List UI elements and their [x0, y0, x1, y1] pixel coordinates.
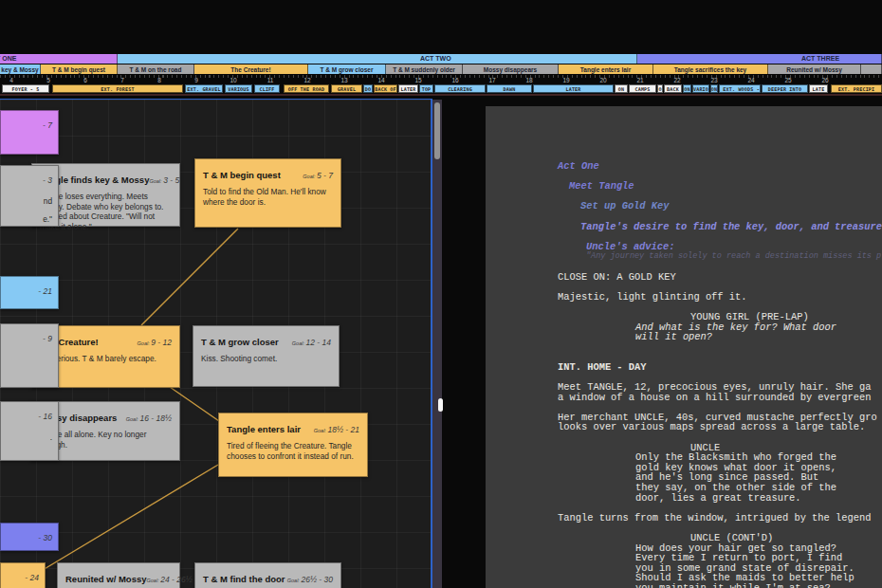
scene-strip[interactable]: ON [683, 84, 691, 93]
card-goal: Goal: 3 - 5 [149, 170, 179, 187]
board-card-fragment[interactable]: - 3nde." [0, 165, 59, 227]
scene-strip[interactable]: OFF THE ROAD [284, 84, 329, 93]
act-segment[interactable]: ACT TWO [118, 54, 637, 64]
card-body-text: . [7, 432, 52, 442]
card-header: Tangle enters lairGoal: 18½ - 21 [227, 419, 359, 436]
scene-strip[interactable]: CLIFF [254, 84, 280, 93]
scene-strip[interactable]: O [657, 84, 663, 93]
scene-strip[interactable]: EXT. PRECIPI [831, 84, 882, 93]
card-goal: - 24 [25, 567, 39, 583]
board-card[interactable]: Tangle enters lairGoal: 18½ - 21Tired of… [218, 413, 368, 477]
scene-strip[interactable]: LATE [809, 84, 828, 93]
beat-segment[interactable]: Reunited w/ Mossy [768, 64, 861, 74]
beat-segment[interactable]: T & M grow closer [308, 64, 386, 74]
script-panel[interactable]: Act OneMeet TangleSet up Gold KeyTangle'… [486, 106, 882, 588]
beat-segment[interactable]: The Creature! [194, 64, 308, 74]
beat-segment[interactable]: T & M begin quest [41, 64, 118, 74]
scene-strip[interactable]: BACK [664, 84, 682, 93]
script-line[interactable]: CLOSE ON: A GOLD KEY [558, 272, 882, 283]
board-card-fragment[interactable]: - 30 [0, 523, 59, 551]
scene-strip[interactable]: DO [363, 84, 373, 93]
script-line[interactable]: And what is the key for? What door [558, 322, 882, 333]
board-scrollbar-track[interactable] [432, 100, 442, 588]
script-line[interactable]: Majestic, light glinting off it. [558, 292, 882, 303]
script-line[interactable]: they say, on the other side of the [558, 483, 882, 493]
card-body-text: Tangle all alone. Key no longer enough. [39, 430, 172, 450]
beat-segment[interactable]: key & Mossy [0, 64, 41, 74]
scene-strip[interactable]: BACK OF [374, 84, 397, 93]
scene-strip[interactable]: TOP [419, 84, 433, 93]
board-card-fragment[interactable]: - 9 [0, 323, 59, 388]
card-title: Reunited w/ Mossy [65, 574, 147, 584]
board-card-fragment[interactable]: - 21 [0, 276, 59, 309]
beat-board-canvas[interactable]: Tangle finds key & MossyGoal: 3 - 5Tangl… [0, 99, 432, 588]
card-header: Mossy disappearsGoal: 16 - 18½ [39, 408, 172, 425]
card-header: T & M grow closerGoal: 12 - 14 [201, 332, 331, 349]
timeline-beats-row: key & MossyT & M begin questT & M on the… [0, 64, 882, 74]
board-card[interactable]: T & M find the doorGoal: 26½ - 30Mossy's… [194, 562, 341, 588]
scene-strip[interactable]: DAWN [487, 84, 532, 93]
script-line[interactable]: Tangle turns from the window, intrigued … [558, 513, 882, 524]
script-line[interactable]: a window of a house on a hill surrounded… [558, 393, 882, 403]
scene-strip[interactable]: ON [615, 84, 628, 93]
beat-segment[interactable]: Tangle sacrifices the key [653, 64, 768, 74]
act-label: ACT THREE [801, 55, 839, 62]
scene-strip[interactable]: LATER [398, 84, 418, 93]
goal-value: 3 - 5 [163, 175, 179, 185]
act-segment[interactable]: ACT ONE [0, 54, 118, 64]
act-segment[interactable]: ACT THREE [637, 54, 882, 64]
scene-strip[interactable]: EXT. GRAVEL [185, 84, 223, 93]
card-body-text: Tangle loses everything. Meets Mossy. De… [40, 192, 172, 231]
script-line[interactable]: Act One [558, 161, 882, 172]
script-line[interactable]: "Any journey taken solely to reach a des… [558, 251, 882, 262]
scene-strip[interactable]: THE EXT. WOODS - IN [719, 84, 761, 93]
scene-strip[interactable]: CLEARING [434, 84, 486, 93]
goal-prefix: Goal: [287, 578, 302, 583]
card-goal: - 30 [38, 527, 52, 543]
scene-strip[interactable]: ON [710, 84, 718, 93]
card-header: Tangle finds key & MossyGoal: 3 - 5 [40, 170, 172, 187]
board-scrollbar-thumb[interactable] [434, 102, 440, 159]
scene-strip[interactable]: VARIO [692, 84, 709, 93]
scene-strip[interactable]: VARIOUS [225, 84, 252, 93]
goal-prefix: Goal: [138, 340, 152, 346]
scene-strip[interactable]: LATER [533, 84, 614, 93]
goal-value: 26½ - 30 [301, 575, 333, 584]
timeline-page-ruler: 4567891011121314151617181920212223242526 [0, 75, 882, 83]
beat-segment[interactable]: Mossy disappears [463, 64, 559, 74]
board-card-fragment[interactable]: - 16. [0, 401, 59, 461]
scene-strip[interactable]: CAMPS [629, 84, 656, 93]
script-line[interactable]: looks over various maps spread across a … [558, 422, 882, 432]
script-line[interactable]: Set up Gold Key [558, 201, 882, 211]
board-card[interactable]: T & M grow closerGoal: 12 - 14Kiss. Shoo… [193, 325, 340, 387]
script-line[interactable]: Tangle's desire to find the key, door, a… [558, 222, 882, 232]
script-line[interactable]: door, lies a great treasure. [558, 493, 882, 504]
scene-strip[interactable]: GRAVEL [331, 84, 362, 93]
card-goal: Goal: 9 - 12 [138, 332, 172, 349]
ruler-page-number: 17 [488, 77, 495, 83]
beat-segment[interactable]: T & M suddenly older [386, 64, 463, 74]
scene-strip[interactable]: FOYER - 5 [2, 84, 49, 93]
script-line[interactable]: you maintain it while I'm at sea? [558, 583, 882, 588]
timeline-scenes-row: FOYER - 5EXT. FORESTEXT. GRAVELVARIOUSCL… [0, 84, 882, 93]
scene-label: VARIO [693, 86, 708, 92]
panel-resize-handle[interactable] [438, 398, 443, 412]
script-line[interactable]: Uncle's advice: [558, 242, 882, 252]
script-line[interactable]: YOUNG GIRL (PRE-LAP) [558, 312, 882, 322]
scene-strip[interactable]: EXT. FOREST [52, 84, 183, 93]
script-line[interactable]: Meet Tangle [558, 181, 882, 192]
ruler-page-number: 8 [157, 77, 161, 83]
script-line[interactable]: UNCLE (CONT'D) [558, 533, 882, 543]
beat-segment[interactable] [861, 64, 882, 74]
beat-label: Mossy disappears [484, 66, 537, 73]
board-card[interactable]: T & M begin questGoal: 5 - 7Told to find… [194, 158, 341, 228]
ruler-page-number: 25 [784, 77, 791, 83]
board-card-fragment[interactable]: - 24 [0, 562, 46, 588]
board-card[interactable]: Reunited w/ MossyGoal: 24 - 26½Tangle fi… [57, 562, 180, 588]
scene-strip[interactable]: DEEPER INTO [762, 84, 808, 93]
script-line[interactable]: INT. HOME - DAY [558, 362, 882, 373]
script-line[interactable]: will it open? [558, 332, 882, 342]
beat-segment[interactable]: Tangle enters lair [559, 64, 653, 74]
board-card-fragment[interactable]: - 7 [0, 110, 59, 155]
beat-segment[interactable]: T & M on the road [118, 64, 194, 74]
